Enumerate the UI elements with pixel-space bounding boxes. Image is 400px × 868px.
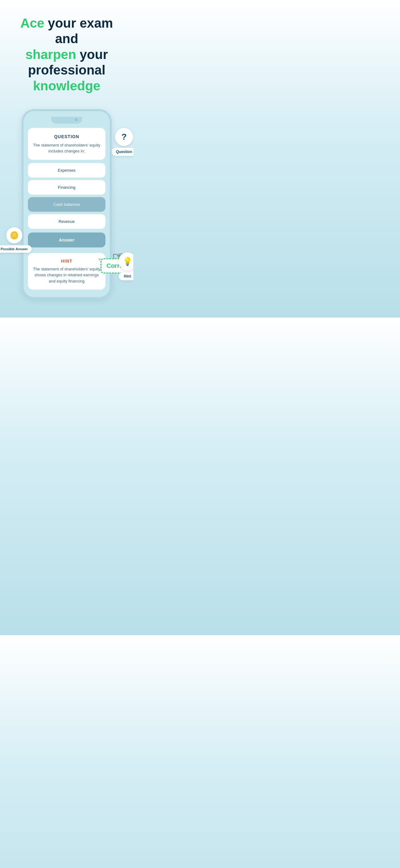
hint-card: × HINT The statement of shareholders' eq… [28, 253, 105, 290]
phone-scene: ? Question QUESTION The statement of sha… [0, 103, 133, 318]
possible-answer-label: Possible Answer [0, 245, 32, 253]
hint-bubble-label: Hint [119, 272, 133, 280]
question-bubble-icon: ? [115, 128, 133, 146]
question-bubble: ? Question [112, 128, 133, 156]
answer-submit[interactable]: Answer [28, 232, 105, 247]
answer-cash-balances[interactable]: Cash balances [28, 197, 105, 212]
question-bubble-label: Question [112, 148, 133, 156]
hero-ace: Ace [21, 16, 44, 30]
hint-text: The statement of shareholders' equity sh… [33, 266, 100, 284]
phone-frame: QUESTION The statement of shareholders' … [22, 109, 112, 299]
hero-line1: your exam and [48, 16, 113, 46]
hero-knowledge: knowledge [33, 79, 100, 93]
coin-bubble-icon: 🪙 [6, 227, 22, 243]
hero-sharpen: sharpen [26, 47, 76, 62]
question-card: QUESTION The statement of shareholders' … [28, 128, 105, 160]
answer-expenses[interactable]: Expenses [28, 163, 105, 178]
phone-notch [51, 117, 82, 124]
hint-label: HINT [33, 258, 100, 264]
lightbulb-bubble-icon: 💡 [119, 252, 133, 270]
hero-section: Ace your exam and sharpen yourprofession… [0, 0, 133, 103]
hint-bubble: 💡 Hint [119, 252, 133, 280]
answer-revenue[interactable]: Revenue [28, 214, 105, 229]
question-card-text: The statement of shareholders' equity in… [33, 142, 100, 154]
answer-financing[interactable]: Financing [28, 180, 105, 195]
question-card-label: QUESTION [33, 134, 100, 139]
possible-answer-bubble: 🪙 Possible Answer [0, 227, 32, 253]
